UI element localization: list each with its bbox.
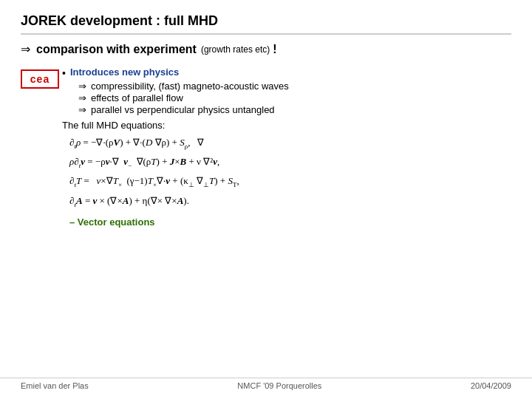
footer-right: 20/04/2009 bbox=[471, 381, 511, 390]
eq3-lhs: ∂tT bbox=[69, 175, 81, 186]
eq2-lhs: ρ∂tv bbox=[69, 156, 85, 167]
subtitle-exclaim: ! bbox=[273, 43, 276, 56]
eq3-rhs: v×∇T× (γ−1)T×∇·v + (κ⊥ ∇⊥T) + ST, bbox=[97, 175, 239, 186]
subtitle-row: ⇒ comparison with experiment (growth rat… bbox=[21, 42, 511, 56]
sub-bullet-3: ⇒ parallel vs perpendicular physics unta… bbox=[78, 104, 511, 115]
eq2-eq: = bbox=[87, 156, 95, 167]
equations-block: ∂tρ = −∇·(ρV) + ∇·(D ∇ρ) + Sρ, ∇ ρ∂tv = … bbox=[69, 134, 511, 211]
sub-bullet-text-3: parallel vs perpendicular physics untang… bbox=[91, 104, 275, 115]
eq2-rhs: −ρv·∇ v− ∇(ρT) + J×B + ν ∇²v, bbox=[95, 156, 219, 167]
eq1-lhs: ∂tρ bbox=[69, 137, 81, 148]
equation-1: ∂tρ = −∇·(ρV) + ∇·(D ∇ρ) + Sρ, ∇ bbox=[69, 134, 511, 152]
bullet-intro: • Introduces new physics bbox=[62, 66, 511, 79]
equations-label-text: The full MHD equations: bbox=[62, 120, 165, 131]
slide: JOREK development : full MHD ⇒ compariso… bbox=[0, 0, 532, 399]
equation-3: ∂tT = v×∇T× (γ−1)T×∇·v + (κ⊥ ∇⊥T) + ST, bbox=[69, 172, 511, 191]
equations-label: The full MHD equations: bbox=[62, 120, 511, 131]
slide-title: JOREK development : full MHD bbox=[21, 13, 218, 28]
sub-bullet-2: ⇒ effects of parallel flow bbox=[78, 92, 511, 103]
eq1-rhs: −∇·(ρV) + ∇·(D ∇ρ) + Sρ, ∇ bbox=[91, 137, 204, 148]
footer-center: NMCF '09 Porquerolles bbox=[237, 381, 321, 390]
logo-column: cea bbox=[21, 66, 62, 236]
sub-arrow-2: ⇒ bbox=[78, 92, 86, 103]
eq4-lhs: ∂tA bbox=[69, 195, 83, 206]
eq3-eq: = bbox=[83, 175, 94, 186]
eq1-eq: = bbox=[83, 137, 91, 148]
content-area: cea • Introduces new physics ⇒ compressi… bbox=[21, 66, 511, 236]
sub-bullets: ⇒ compressibility, (fast) magneto-acoust… bbox=[78, 81, 511, 115]
eq4-eq: = bbox=[85, 195, 93, 206]
subtitle-small: (growth rates etc) bbox=[201, 44, 270, 55]
sub-bullet-1: ⇒ compressibility, (fast) magneto-acoust… bbox=[78, 81, 511, 92]
sub-bullet-text-1: compressibility, (fast) magneto-acoustic… bbox=[91, 81, 289, 92]
intro-text: Introduces new physics bbox=[70, 66, 179, 78]
equation-4: ∂tA = v × (∇×A) + η(∇× ∇×A). bbox=[69, 192, 511, 211]
footer-left: Emiel van der Plas bbox=[21, 381, 89, 390]
main-content: • Introduces new physics ⇒ compressibili… bbox=[62, 66, 511, 236]
eq4-rhs: v × (∇×A) + η(∇× ∇×A). bbox=[92, 195, 188, 206]
subtitle-main: comparison with experiment bbox=[36, 43, 197, 56]
bullet-dot: • bbox=[62, 67, 66, 79]
footer: Emiel van der Plas NMCF '09 Porquerolles… bbox=[0, 378, 532, 390]
cea-logo-text: cea bbox=[30, 73, 50, 85]
sub-arrow-3: ⇒ bbox=[78, 104, 86, 115]
sub-bullet-text-2: effects of parallel flow bbox=[91, 92, 183, 103]
vector-eq-label: – Vector equations bbox=[69, 216, 511, 228]
title-bar: JOREK development : full MHD bbox=[21, 13, 511, 35]
sub-arrow-1: ⇒ bbox=[78, 81, 86, 92]
cea-logo: cea bbox=[21, 69, 59, 89]
equation-2: ρ∂tv = −ρv·∇ v− ∇(ρT) + J×B + ν ∇²v, bbox=[69, 153, 511, 171]
vector-eq-text: – Vector equations bbox=[69, 216, 155, 228]
subtitle-arrow: ⇒ bbox=[21, 42, 30, 56]
